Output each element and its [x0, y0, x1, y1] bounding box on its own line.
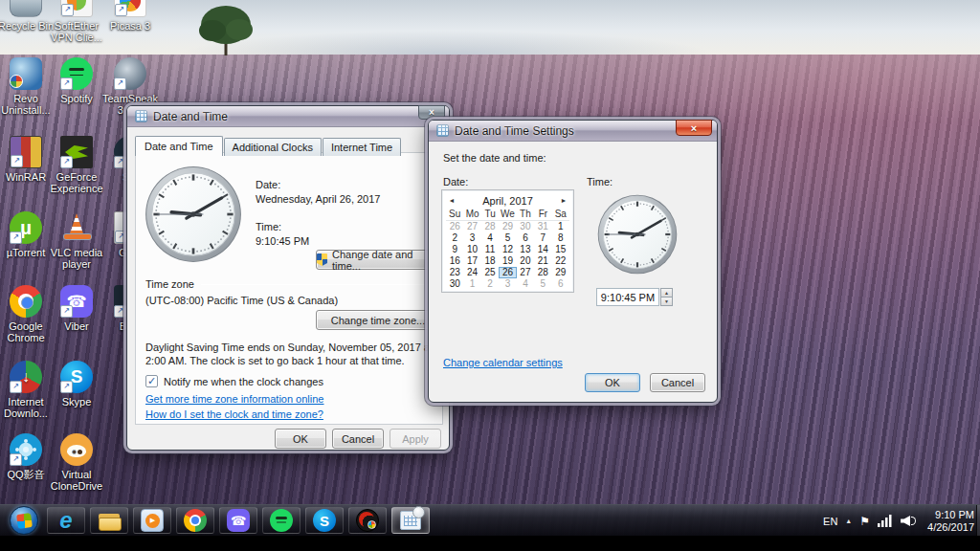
taskbar-explorer-button[interactable]: [90, 507, 128, 534]
calendar-day[interactable]: 28: [534, 267, 551, 278]
tab-internet-time[interactable]: Internet Time: [323, 138, 401, 156]
taskbar-ie-button[interactable]: e: [47, 507, 85, 534]
calendar-day[interactable]: 17: [463, 255, 480, 267]
calendar-day[interactable]: 14: [534, 244, 551, 255]
calendar-day[interactable]: 7: [534, 232, 551, 244]
calendar-day[interactable]: 2: [446, 232, 463, 244]
network-icon[interactable]: [878, 515, 893, 527]
spinner-buttons: ▲ ▼: [660, 288, 673, 306]
language-indicator[interactable]: EN: [823, 516, 837, 527]
spinner-up-icon[interactable]: ▲: [660, 288, 673, 298]
desktop-icon-viber[interactable]: ☎Viber: [46, 285, 107, 332]
calendar-month-label[interactable]: April, 2017: [457, 195, 558, 207]
calendar-day[interactable]: 9: [446, 244, 463, 255]
settings-heading: Set the date and time:: [443, 152, 546, 164]
calendar-day[interactable]: 5: [499, 232, 516, 244]
change-calendar-settings-link[interactable]: Change calendar settings: [443, 357, 563, 368]
calendar-day[interactable]: 15: [552, 244, 569, 255]
tab-additional-clocks[interactable]: Additional Clocks: [224, 138, 322, 156]
calendar-day[interactable]: 23: [446, 267, 463, 278]
taskbar-media-button[interactable]: ▶: [133, 507, 171, 534]
change-time-zone-button[interactable]: Change time zone...: [316, 310, 440, 330]
calendar-day[interactable]: 30: [517, 221, 534, 232]
calendar-day[interactable]: 4: [517, 278, 534, 290]
calendar-day[interactable]: 1: [552, 221, 569, 232]
volume-icon[interactable]: [901, 515, 918, 527]
calendar-day[interactable]: 8: [552, 232, 569, 244]
calendar-day[interactable]: 11: [481, 244, 499, 255]
calendar-day[interactable]: 13: [517, 244, 534, 255]
taskbar-viber-button[interactable]: ☎: [219, 507, 257, 534]
cancel-button[interactable]: Cancel: [332, 429, 384, 449]
tabstrip: Date and Time Additional Clocks Internet…: [135, 135, 402, 155]
calendar-day[interactable]: 27: [463, 221, 480, 232]
cancel-button[interactable]: Cancel: [650, 373, 705, 392]
action-center-flag-icon[interactable]: ⚑: [859, 516, 870, 527]
calendar-day[interactable]: 10: [463, 244, 480, 255]
calendar-day[interactable]: 6: [552, 278, 569, 290]
calendar-day[interactable]: 29: [499, 221, 516, 232]
timezone-info-link[interactable]: Get more time zone information online: [145, 393, 323, 405]
calendar-weekday: Mo: [463, 208, 480, 221]
calendar-weekday: Tu: [481, 208, 499, 221]
ok-button[interactable]: OK: [275, 429, 326, 449]
settings-titlebar[interactable]: Date and Time Settings ×: [429, 121, 717, 142]
desktop-icon-softether[interactable]: SoftEther VPN Clie...: [46, 0, 107, 43]
calendar-day[interactable]: 29: [552, 267, 569, 278]
calendar-day[interactable]: 18: [481, 255, 499, 267]
calendar-day-selected[interactable]: 26: [499, 267, 516, 278]
calendar-day[interactable]: 5: [534, 278, 551, 290]
date-and-time-titlebar[interactable]: Date and Time ×: [127, 106, 449, 127]
calendar-day[interactable]: 2: [481, 278, 499, 290]
calendar-day[interactable]: 26: [446, 221, 463, 232]
taskbar-datetime-button[interactable]: [391, 507, 430, 534]
calendar-day[interactable]: 4: [481, 232, 499, 244]
apply-button[interactable]: Apply: [390, 429, 441, 449]
desktop-icon-picasa[interactable]: Picasa 3: [100, 0, 161, 32]
idm-glyph: ↓: [22, 368, 30, 386]
calendar-day[interactable]: 1: [463, 278, 480, 290]
calendar-next-icon[interactable]: ►: [558, 197, 569, 204]
notify-checkbox[interactable]: ✓: [145, 375, 158, 387]
time-spinner-value[interactable]: 9:10:45 PM: [596, 288, 659, 306]
close-icon[interactable]: ×: [418, 105, 445, 120]
clock-help-link[interactable]: How do I set the clock and time zone?: [145, 408, 323, 420]
desktop-icon-geforce[interactable]: GeForce Experience: [46, 136, 107, 194]
calendar-day[interactable]: 12: [499, 244, 516, 255]
tab-date-and-time[interactable]: Date and Time: [135, 136, 223, 156]
calendar-day[interactable]: 28: [481, 221, 499, 232]
calendar-day[interactable]: 24: [463, 267, 480, 278]
taskbar-skype-button[interactable]: S: [305, 507, 344, 534]
calendar-day[interactable]: 20: [517, 255, 534, 267]
calendar-prev-icon[interactable]: ◄: [446, 197, 457, 204]
calendar-day[interactable]: 6: [517, 232, 534, 244]
spinner-down-icon[interactable]: ▼: [660, 298, 673, 306]
close-icon[interactable]: ×: [676, 120, 712, 136]
ok-button[interactable]: OK: [585, 373, 640, 392]
show-desktop-button[interactable]: [976, 505, 980, 537]
tray-clock[interactable]: 9:10 PM 4/26/2017: [927, 509, 974, 534]
analog-clock-large: [144, 165, 243, 264]
taskbar-redapp-button[interactable]: [348, 507, 387, 534]
desktop-icon-clonedrive[interactable]: Virtual CloneDrive: [46, 433, 107, 492]
calendar-day[interactable]: 31: [534, 221, 551, 232]
calendar-day[interactable]: 21: [534, 255, 551, 267]
calendar-day[interactable]: 27: [517, 267, 534, 278]
calendar-day[interactable]: 3: [499, 278, 516, 290]
taskbar-chrome-button[interactable]: [176, 507, 214, 534]
desktop-icon-skype[interactable]: SSkype: [46, 361, 107, 408]
calendar-day[interactable]: 3: [463, 232, 480, 244]
change-date-and-time-button[interactable]: Change date and time...: [316, 250, 440, 270]
calendar-day[interactable]: 25: [481, 267, 499, 278]
calendar-day[interactable]: 19: [499, 255, 516, 267]
calendar-day[interactable]: 16: [446, 255, 463, 267]
calendar-day[interactable]: 30: [446, 278, 463, 290]
desktop-icon-spotify[interactable]: Spotify: [46, 57, 107, 104]
hidden-icons-chevron-icon[interactable]: ▲: [845, 518, 852, 524]
time-value: 9:10:45 PM: [256, 235, 309, 247]
date-and-time-tabpage: Date: Wednesday, April 26, 2017 Time: 9:…: [135, 152, 443, 425]
calendar-day[interactable]: 22: [552, 255, 569, 267]
desktop-icon-vlc[interactable]: VLC media player: [46, 211, 107, 270]
taskbar-spotify-button[interactable]: [262, 507, 301, 534]
taskbar-start-button[interactable]: [6, 507, 42, 534]
